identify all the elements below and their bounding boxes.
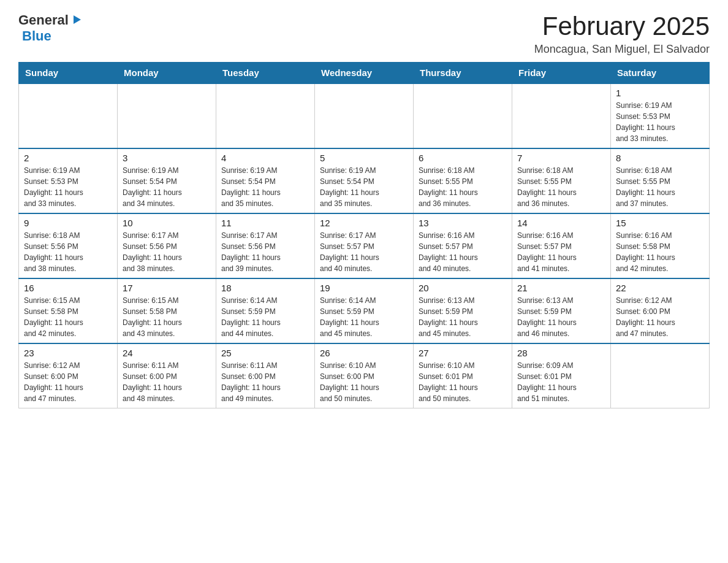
calendar-cell: 3Sunrise: 6:19 AMSunset: 5:54 PMDaylight… bbox=[118, 148, 216, 213]
calendar-cell: 18Sunrise: 6:14 AMSunset: 5:59 PMDayligh… bbox=[216, 278, 315, 343]
day-number: 23 bbox=[24, 348, 112, 358]
logo-general-text: General bbox=[18, 12, 69, 28]
day-info: Sunrise: 6:10 AMSunset: 6:00 PMDaylight:… bbox=[320, 360, 408, 404]
calendar-week-5: 23Sunrise: 6:12 AMSunset: 6:00 PMDayligh… bbox=[19, 343, 710, 408]
day-number: 5 bbox=[320, 153, 408, 163]
calendar-cell: 28Sunrise: 6:09 AMSunset: 6:01 PMDayligh… bbox=[512, 343, 611, 408]
day-info: Sunrise: 6:18 AMSunset: 5:55 PMDaylight:… bbox=[616, 165, 704, 209]
day-number: 15 bbox=[616, 218, 704, 228]
day-number: 21 bbox=[517, 283, 605, 293]
day-info: Sunrise: 6:17 AMSunset: 5:57 PMDaylight:… bbox=[320, 230, 408, 274]
calendar-cell bbox=[611, 343, 710, 408]
day-info: Sunrise: 6:19 AMSunset: 5:54 PMDaylight:… bbox=[320, 165, 408, 209]
day-info: Sunrise: 6:16 AMSunset: 5:58 PMDaylight:… bbox=[616, 230, 704, 274]
day-info: Sunrise: 6:12 AMSunset: 6:00 PMDaylight:… bbox=[24, 360, 112, 404]
day-number: 8 bbox=[616, 153, 704, 163]
day-number: 17 bbox=[123, 283, 211, 293]
day-number: 10 bbox=[123, 218, 211, 228]
day-number: 19 bbox=[320, 283, 408, 293]
calendar-cell: 8Sunrise: 6:18 AMSunset: 5:55 PMDaylight… bbox=[611, 148, 710, 213]
weekday-header-saturday: Saturday bbox=[611, 63, 710, 84]
day-info: Sunrise: 6:19 AMSunset: 5:54 PMDaylight:… bbox=[221, 165, 309, 209]
day-info: Sunrise: 6:13 AMSunset: 5:59 PMDaylight:… bbox=[517, 295, 605, 339]
day-number: 25 bbox=[221, 348, 309, 358]
day-number: 28 bbox=[517, 348, 605, 358]
calendar-cell: 7Sunrise: 6:18 AMSunset: 5:55 PMDaylight… bbox=[512, 148, 611, 213]
day-info: Sunrise: 6:14 AMSunset: 5:59 PMDaylight:… bbox=[221, 295, 309, 339]
calendar-cell: 26Sunrise: 6:10 AMSunset: 6:00 PMDayligh… bbox=[315, 343, 414, 408]
day-info: Sunrise: 6:14 AMSunset: 5:59 PMDaylight:… bbox=[320, 295, 408, 339]
calendar-cell: 9Sunrise: 6:18 AMSunset: 5:56 PMDaylight… bbox=[19, 213, 118, 278]
day-info: Sunrise: 6:17 AMSunset: 5:56 PMDaylight:… bbox=[123, 230, 211, 274]
main-title: February 2025 bbox=[534, 12, 710, 40]
logo-blue-text: Blue bbox=[22, 28, 51, 44]
day-info: Sunrise: 6:12 AMSunset: 6:00 PMDaylight:… bbox=[616, 295, 704, 339]
calendar-cell: 13Sunrise: 6:16 AMSunset: 5:57 PMDayligh… bbox=[414, 213, 512, 278]
day-number: 12 bbox=[320, 218, 408, 228]
calendar-cell: 12Sunrise: 6:17 AMSunset: 5:57 PMDayligh… bbox=[315, 213, 414, 278]
calendar-cell: 24Sunrise: 6:11 AMSunset: 6:00 PMDayligh… bbox=[118, 343, 216, 408]
day-number: 27 bbox=[419, 348, 507, 358]
day-number: 14 bbox=[517, 218, 605, 228]
day-info: Sunrise: 6:19 AMSunset: 5:53 PMDaylight:… bbox=[616, 100, 704, 144]
calendar-cell: 15Sunrise: 6:16 AMSunset: 5:58 PMDayligh… bbox=[611, 213, 710, 278]
weekday-header-wednesday: Wednesday bbox=[315, 63, 414, 84]
weekday-header-monday: Monday bbox=[118, 63, 216, 84]
calendar-cell: 2Sunrise: 6:19 AMSunset: 5:53 PMDaylight… bbox=[19, 148, 118, 213]
page-header: General Blue February 2025 Moncagua, San… bbox=[18, 12, 710, 56]
calendar-cell: 22Sunrise: 6:12 AMSunset: 6:00 PMDayligh… bbox=[611, 278, 710, 343]
day-number: 2 bbox=[24, 153, 112, 163]
day-number: 24 bbox=[123, 348, 211, 358]
day-info: Sunrise: 6:11 AMSunset: 6:00 PMDaylight:… bbox=[123, 360, 211, 404]
day-info: Sunrise: 6:18 AMSunset: 5:55 PMDaylight:… bbox=[517, 165, 605, 209]
svg-marker-0 bbox=[74, 15, 81, 24]
calendar-week-4: 16Sunrise: 6:15 AMSunset: 5:58 PMDayligh… bbox=[19, 278, 710, 343]
calendar-cell bbox=[216, 83, 315, 148]
calendar-cell: 16Sunrise: 6:15 AMSunset: 5:58 PMDayligh… bbox=[19, 278, 118, 343]
calendar-week-3: 9Sunrise: 6:18 AMSunset: 5:56 PMDaylight… bbox=[19, 213, 710, 278]
day-info: Sunrise: 6:09 AMSunset: 6:01 PMDaylight:… bbox=[517, 360, 605, 404]
day-number: 4 bbox=[221, 153, 309, 163]
calendar-cell: 1Sunrise: 6:19 AMSunset: 5:53 PMDaylight… bbox=[611, 83, 710, 148]
day-number: 18 bbox=[221, 283, 309, 293]
calendar-cell: 19Sunrise: 6:14 AMSunset: 5:59 PMDayligh… bbox=[315, 278, 414, 343]
day-info: Sunrise: 6:15 AMSunset: 5:58 PMDaylight:… bbox=[123, 295, 211, 339]
day-number: 16 bbox=[24, 283, 112, 293]
day-number: 11 bbox=[221, 218, 309, 228]
calendar-cell: 17Sunrise: 6:15 AMSunset: 5:58 PMDayligh… bbox=[118, 278, 216, 343]
day-info: Sunrise: 6:17 AMSunset: 5:56 PMDaylight:… bbox=[221, 230, 309, 274]
logo-triangle-icon bbox=[70, 13, 83, 26]
day-number: 1 bbox=[616, 88, 704, 98]
day-info: Sunrise: 6:16 AMSunset: 5:57 PMDaylight:… bbox=[517, 230, 605, 274]
weekday-header-tuesday: Tuesday bbox=[216, 63, 315, 84]
calendar-cell bbox=[414, 83, 512, 148]
day-number: 9 bbox=[24, 218, 112, 228]
day-number: 6 bbox=[419, 153, 507, 163]
calendar-cell: 23Sunrise: 6:12 AMSunset: 6:00 PMDayligh… bbox=[19, 343, 118, 408]
calendar-cell bbox=[315, 83, 414, 148]
calendar-cell: 10Sunrise: 6:17 AMSunset: 5:56 PMDayligh… bbox=[118, 213, 216, 278]
calendar-cell: 27Sunrise: 6:10 AMSunset: 6:01 PMDayligh… bbox=[414, 343, 512, 408]
day-number: 7 bbox=[517, 153, 605, 163]
calendar-table: SundayMondayTuesdayWednesdayThursdayFrid… bbox=[18, 62, 710, 408]
calendar-cell: 4Sunrise: 6:19 AMSunset: 5:54 PMDaylight… bbox=[216, 148, 315, 213]
day-info: Sunrise: 6:19 AMSunset: 5:53 PMDaylight:… bbox=[24, 165, 112, 209]
day-number: 3 bbox=[123, 153, 211, 163]
day-info: Sunrise: 6:15 AMSunset: 5:58 PMDaylight:… bbox=[24, 295, 112, 339]
calendar-cell bbox=[512, 83, 611, 148]
day-info: Sunrise: 6:10 AMSunset: 6:01 PMDaylight:… bbox=[419, 360, 507, 404]
calendar-cell bbox=[118, 83, 216, 148]
logo: General Blue bbox=[18, 12, 83, 44]
calendar-week-2: 2Sunrise: 6:19 AMSunset: 5:53 PMDaylight… bbox=[19, 148, 710, 213]
day-info: Sunrise: 6:18 AMSunset: 5:55 PMDaylight:… bbox=[419, 165, 507, 209]
day-number: 13 bbox=[419, 218, 507, 228]
calendar-cell: 21Sunrise: 6:13 AMSunset: 5:59 PMDayligh… bbox=[512, 278, 611, 343]
day-number: 26 bbox=[320, 348, 408, 358]
calendar-cell: 14Sunrise: 6:16 AMSunset: 5:57 PMDayligh… bbox=[512, 213, 611, 278]
calendar-cell: 11Sunrise: 6:17 AMSunset: 5:56 PMDayligh… bbox=[216, 213, 315, 278]
day-info: Sunrise: 6:13 AMSunset: 5:59 PMDaylight:… bbox=[419, 295, 507, 339]
subtitle: Moncagua, San Miguel, El Salvador bbox=[534, 43, 710, 56]
calendar-header-row: SundayMondayTuesdayWednesdayThursdayFrid… bbox=[19, 63, 710, 84]
day-info: Sunrise: 6:11 AMSunset: 6:00 PMDaylight:… bbox=[221, 360, 309, 404]
weekday-header-sunday: Sunday bbox=[19, 63, 118, 84]
